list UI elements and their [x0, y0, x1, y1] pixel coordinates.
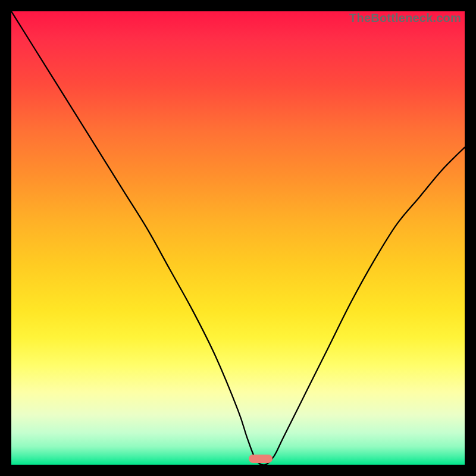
optimum-marker: [249, 455, 273, 463]
bottleneck-curve: [11, 11, 465, 465]
plot-area: TheBottleneck.com: [11, 11, 465, 465]
curve-path: [11, 11, 465, 465]
